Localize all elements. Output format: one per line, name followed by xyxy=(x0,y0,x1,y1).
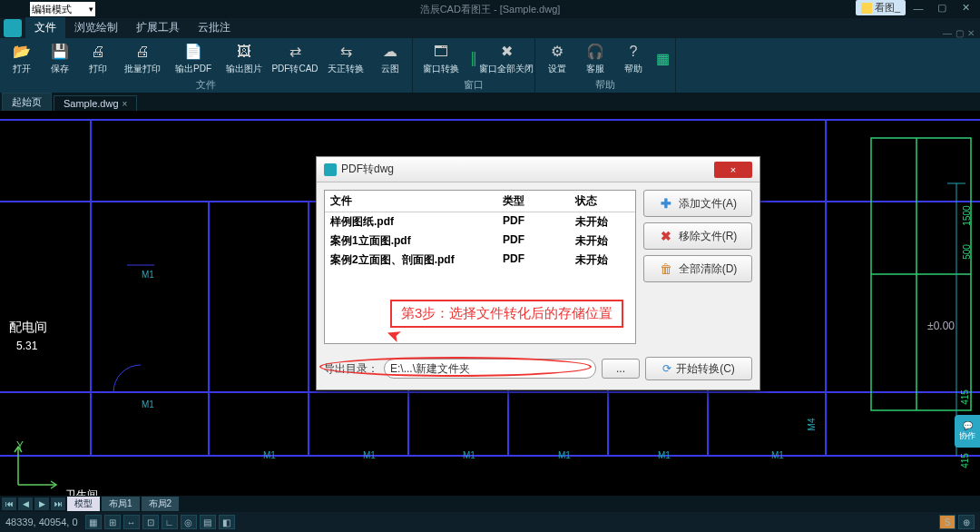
print-icon: 🖨 xyxy=(88,42,108,62)
ribbon-minimize-icon[interactable]: — xyxy=(943,28,952,38)
door-tag: M1 xyxy=(263,450,276,460)
clear-all-button[interactable]: 🗑全部清除(D) xyxy=(643,255,752,282)
mode-dropdown[interactable]: 编辑模式▾ xyxy=(30,2,95,16)
extra-button[interactable]: ▦ xyxy=(653,38,671,78)
door-tag: M1 xyxy=(558,450,571,460)
pdf-to-dwg-dialog: PDF转dwg × 文件 类型 状态 样例图纸.pdf PDF 未开始 案例1立… xyxy=(316,156,760,390)
convert-icon: ⇄ xyxy=(285,42,305,62)
remove-file-button[interactable]: ✖移除文件(R) xyxy=(643,222,752,250)
layout-tab-2[interactable]: 布局2 xyxy=(142,497,180,511)
status-tool[interactable]: ▤ xyxy=(200,515,216,529)
dialog-icon xyxy=(324,163,337,176)
tab-nav-first[interactable]: ⏮ xyxy=(2,498,16,510)
status-tool[interactable]: ∟ xyxy=(162,515,178,529)
tab-nav-next[interactable]: ▶ xyxy=(34,498,49,510)
export-pdf-button[interactable]: 📄输出PDF xyxy=(169,38,218,78)
print-button[interactable]: 🖨打印 xyxy=(80,38,116,78)
tab-nav-last[interactable]: ⏭ xyxy=(51,498,65,510)
status-tool-right[interactable]: S xyxy=(939,515,956,529)
window-switch-button[interactable]: 🗔窗口转换 xyxy=(416,38,466,78)
layout-tab-model[interactable]: 模型 xyxy=(67,497,100,511)
room-label: 配电间 xyxy=(9,320,47,336)
ribbon-group-file: 📂打开 💾保存 🖨打印 🖨批量打印 📄输出PDF 🖼输出图片 ⇄PDF转CAD … xyxy=(0,38,413,93)
help-icon: ? xyxy=(623,42,643,62)
status-tool[interactable]: ◧ xyxy=(219,515,235,529)
status-tool[interactable]: ⊞ xyxy=(104,515,121,529)
window-close-all-button[interactable]: ✖窗口全部关闭 xyxy=(482,38,531,78)
start-convert-button[interactable]: ⟳开始转换(C) xyxy=(645,357,752,380)
tab-close-icon[interactable]: × xyxy=(122,99,128,109)
browse-button[interactable]: ... xyxy=(602,359,640,379)
doc-tab-sample[interactable]: Sample.dwg× xyxy=(54,95,137,111)
save-button[interactable]: 💾保存 xyxy=(42,38,78,78)
title-bar: 编辑模式▾ 浩辰CAD看图王 - [Sample.dwg] 看图_ — ▢ ✕ xyxy=(0,0,980,18)
file-row[interactable]: 案例2立面图、剖面图.pdf PDF 未开始 xyxy=(325,251,635,270)
ribbon-group-help: ⚙设置 🎧客服 ?帮助 ▦ 帮助 xyxy=(535,38,676,93)
ribbon-group-label: 窗口 xyxy=(464,78,484,93)
status-tool[interactable]: ↔ xyxy=(123,515,140,529)
pdf-icon: 📄 xyxy=(183,42,203,62)
close-button[interactable]: ✕ xyxy=(955,1,976,15)
output-dir-label: 导出目录： xyxy=(324,361,378,377)
doc-tab-start[interactable]: 起始页 xyxy=(2,93,52,111)
dialog-close-button[interactable]: × xyxy=(714,162,752,178)
tab-extensions[interactable]: 扩展工具 xyxy=(127,17,189,38)
tab-file[interactable]: 文件 xyxy=(25,17,65,38)
status-tool[interactable]: ◎ xyxy=(181,515,197,529)
trash-icon: 🗑 xyxy=(659,261,673,276)
close-all-icon: ✖ xyxy=(496,42,516,62)
maximize-button[interactable]: ▢ xyxy=(931,1,953,15)
status-tool-right[interactable]: ⊕ xyxy=(958,515,975,529)
app-icon[interactable] xyxy=(4,19,22,37)
user-badge[interactable]: 看图_ xyxy=(856,0,906,15)
add-file-button[interactable]: ✚添加文件(A) xyxy=(643,190,752,217)
folder-open-icon: 📂 xyxy=(12,42,32,62)
ribbon: 📂打开 💾保存 🖨打印 🖨批量打印 📄输出PDF 🖼输出图片 ⇄PDF转CAD … xyxy=(0,38,980,93)
tab-browse-draw[interactable]: 浏览绘制 xyxy=(65,17,127,38)
file-row[interactable]: 样例图纸.pdf PDF 未开始 xyxy=(325,212,635,232)
tab-cloud-annotate[interactable]: 云批注 xyxy=(189,17,240,38)
status-tool[interactable]: ▦ xyxy=(85,515,102,529)
batch-print-icon: 🖨 xyxy=(132,42,152,62)
file-row[interactable]: 案例1立面图.pdf PDF 未开始 xyxy=(325,232,635,251)
dimension: 415 xyxy=(960,389,970,405)
door-tag: M1 xyxy=(658,450,671,460)
tz-convert-icon: ⇆ xyxy=(336,42,356,62)
tab-nav-prev[interactable]: ◀ xyxy=(18,498,33,510)
collaborate-panel-toggle[interactable]: 💬 协作 xyxy=(955,415,980,448)
cloud-icon: ☁ xyxy=(380,42,400,62)
x-icon: ✖ xyxy=(659,229,673,243)
settings-button[interactable]: ⚙设置 xyxy=(539,38,575,78)
document-tabs: 起始页 Sample.dwg× xyxy=(0,93,980,111)
ribbon-restore-icon[interactable]: ▢ xyxy=(956,28,964,38)
open-button[interactable]: 📂打开 xyxy=(4,38,40,78)
door-tag: M1 xyxy=(142,270,154,280)
refresh-icon: ⟳ xyxy=(662,362,671,375)
tianzheng-convert-button[interactable]: ⇆天正转换 xyxy=(321,38,370,78)
layout-tabs: ⏮ ◀ ▶ ⏭ 模型 布局1 布局2 xyxy=(0,496,980,512)
room-number: 5.31 xyxy=(16,340,37,352)
window-switch-icon: 🗔 xyxy=(431,42,451,62)
file-list-header: 文件 类型 状态 xyxy=(325,191,635,212)
status-bar: 48339, 40954, 0 ▦ ⊞ ↔ ⊡ ∟ ◎ ▤ ◧ S ⊕ xyxy=(0,512,980,532)
pdf-to-cad-button[interactable]: ⇄PDF转CAD xyxy=(270,38,319,78)
headset-icon: 🎧 xyxy=(585,42,605,62)
layout-tab-1[interactable]: 布局1 xyxy=(102,497,140,511)
export-image-button[interactable]: 🖼输出图片 xyxy=(220,38,269,78)
tutorial-annotation: 第3步：选择文件转化后的存储位置 xyxy=(390,300,623,328)
ribbon-group-label: 文件 xyxy=(196,78,216,93)
dimension: 500 xyxy=(962,244,972,260)
door-tag: M1 xyxy=(142,399,154,409)
cloud-button[interactable]: ☁云图 xyxy=(372,38,408,78)
ribbon-close-icon[interactable]: ✕ xyxy=(967,28,975,38)
ribbon-tabs: 文件 浏览绘制 扩展工具 云批注 — ▢ ✕ xyxy=(0,18,980,38)
dialog-title: PDF转dwg xyxy=(341,162,394,177)
status-tool[interactable]: ⊡ xyxy=(142,515,159,529)
support-button[interactable]: 🎧客服 xyxy=(577,38,613,78)
minimize-button[interactable]: — xyxy=(907,1,929,15)
dialog-titlebar[interactable]: PDF转dwg × xyxy=(317,157,760,182)
output-dir-input[interactable] xyxy=(384,359,596,379)
save-icon: 💾 xyxy=(50,42,70,62)
help-button[interactable]: ?帮助 xyxy=(615,38,652,78)
batch-print-button[interactable]: 🖨批量打印 xyxy=(118,38,167,78)
